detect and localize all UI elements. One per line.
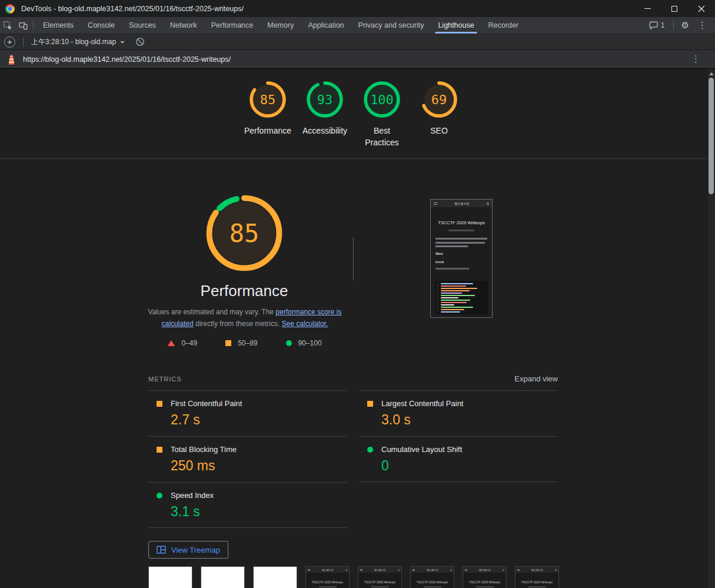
code-line bbox=[441, 285, 466, 287]
metrics-section-label: METRICS bbox=[148, 376, 182, 383]
kebab-icon: ⋮ bbox=[691, 54, 700, 64]
square-icon bbox=[225, 340, 231, 346]
vertical-scrollbar[interactable] bbox=[707, 69, 715, 588]
search-icon bbox=[555, 569, 557, 571]
text-line bbox=[435, 238, 487, 240]
metric-value: 250 ms bbox=[171, 458, 347, 474]
metric-name: Cumulative Layout Shift bbox=[381, 445, 462, 454]
screenshot-heading: Web bbox=[435, 252, 492, 255]
new-report-button[interactable]: + bbox=[4, 36, 15, 48]
view-treemap-button[interactable]: View Treemap bbox=[148, 541, 228, 559]
category-score: 100 bbox=[364, 81, 400, 118]
category-score: 85 bbox=[250, 81, 286, 118]
metric-name: Largest Contentful Paint bbox=[381, 399, 463, 408]
text-line bbox=[435, 268, 469, 270]
category-scores-band: 85Performance93Accessibility100Best Prac… bbox=[0, 69, 707, 159]
tab-memory[interactable]: Memory bbox=[260, 17, 301, 34]
code-line bbox=[441, 302, 467, 303]
thumbnail-date-line bbox=[424, 586, 441, 587]
filmstrip-thumbnail: 廢文集中區TSCCTF 2025 Writeups bbox=[410, 566, 454, 588]
search-icon bbox=[503, 569, 504, 571]
issues-count: 1 bbox=[661, 21, 665, 29]
gear-icon: ⚙ bbox=[681, 20, 689, 31]
metrics-header: METRICS Expand view bbox=[148, 374, 558, 383]
tab-privacy-and-security[interactable]: Privacy and security bbox=[351, 17, 431, 34]
issues-bubble-icon bbox=[649, 21, 658, 29]
devtools-tabbar: ElementsConsoleSourcesNetworkPerformance… bbox=[0, 17, 715, 34]
tab-console[interactable]: Console bbox=[81, 17, 122, 34]
legend-item: 50–89 bbox=[225, 339, 257, 347]
hamburger-icon bbox=[434, 202, 437, 205]
metric-largest-contentful-paint: Largest Contentful Paint3.0 s bbox=[359, 390, 558, 436]
view-treemap-label: View Treemap bbox=[171, 546, 220, 554]
thumbnail-site-title: 廢文集中區 bbox=[322, 569, 334, 572]
tabbar-right-actions: 1 ⚙ ⋮ bbox=[645, 21, 715, 30]
kebab-icon: ⋮ bbox=[698, 20, 707, 31]
category-gauge-best-practices[interactable]: 100Best Practices bbox=[354, 69, 411, 158]
pass-dot-icon bbox=[157, 493, 162, 499]
metrics-grid: First Contentful Paint2.7 sLargest Conte… bbox=[148, 390, 558, 528]
filmstrip-thumbnail bbox=[201, 566, 245, 588]
devtools-menu-button[interactable]: ⋮ bbox=[694, 21, 710, 30]
report-menu-button[interactable]: ⋮ bbox=[688, 55, 704, 64]
performance-gauge: 85 bbox=[205, 194, 283, 272]
thumbnail-date-line bbox=[528, 586, 546, 587]
metric-name: Total Blocking Time bbox=[171, 445, 237, 454]
tab-recorder[interactable]: Recorder bbox=[481, 17, 526, 34]
inspect-element-button[interactable] bbox=[0, 18, 15, 32]
disclaimer-text: Values are estimated and may vary. The bbox=[148, 308, 276, 316]
code-line bbox=[441, 283, 473, 284]
toolbar-divider bbox=[673, 21, 674, 30]
code-line bbox=[441, 307, 473, 308]
filmstrip-thumbnail: 廢文集中區TSCCTF 2025 Writeups bbox=[358, 566, 402, 588]
thumbnail-page-title: TSCCTF 2025 Writeups bbox=[516, 580, 558, 584]
code-line bbox=[441, 309, 464, 310]
tab-lighthouse[interactable]: Lighthouse bbox=[431, 17, 481, 34]
window-title: DevTools - blog-old.maple3142.net/2025/0… bbox=[21, 5, 244, 13]
scroll-up-arrow-icon[interactable] bbox=[709, 72, 714, 75]
filmstrip-thumbnail: 廢文集中區TSCCTF 2025 Writeups bbox=[515, 566, 559, 588]
window-titlebar: DevTools - blog-old.maple3142.net/2025/0… bbox=[0, 0, 715, 17]
settings-button[interactable]: ⚙ bbox=[678, 21, 693, 30]
triangle-icon bbox=[168, 340, 175, 346]
metric-value: 2.7 s bbox=[171, 412, 347, 428]
chevron-down-icon bbox=[120, 41, 125, 44]
tab-application[interactable]: Application bbox=[301, 17, 351, 34]
category-gauge-performance[interactable]: 85Performance bbox=[240, 69, 297, 158]
metric-first-contentful-paint: First Contentful Paint2.7 s bbox=[148, 390, 347, 436]
minimize-button[interactable] bbox=[634, 0, 661, 17]
hamburger-icon bbox=[413, 569, 415, 571]
search-icon bbox=[487, 202, 489, 205]
toolbar-divider bbox=[33, 21, 34, 30]
clear-reports-button[interactable] bbox=[135, 37, 145, 46]
category-gauge-seo[interactable]: 69SEO bbox=[411, 69, 468, 158]
category-gauge-accessibility[interactable]: 93Accessibility bbox=[297, 69, 354, 158]
report-selector[interactable]: 上午3:28:10 - blog-old.map bbox=[26, 37, 130, 47]
report-url-link[interactable]: https://blog-old.maple3142.net/2025/01/1… bbox=[23, 55, 231, 64]
legend-label: 0–49 bbox=[181, 339, 197, 347]
tab-network[interactable]: Network bbox=[163, 17, 204, 34]
thumbnail-header: 廢文集中區 bbox=[463, 567, 506, 573]
close-button[interactable] bbox=[688, 0, 715, 17]
category-label: Best Practices bbox=[357, 125, 407, 148]
tab-performance[interactable]: Performance bbox=[204, 17, 261, 34]
thumbnail-header: 廢文集中區 bbox=[516, 567, 558, 573]
screenshot-heading: book bbox=[435, 260, 492, 264]
tab-elements[interactable]: Elements bbox=[36, 17, 81, 34]
tab-sources[interactable]: Sources bbox=[122, 17, 163, 34]
final-screenshot-thumbnail: 廢文集中區 TSCCTF 2025 Writeups Web book bbox=[430, 199, 493, 318]
thumbnail-page-title: TSCCTF 2025 Writeups bbox=[411, 580, 454, 584]
toggle-device-toolbar-button[interactable] bbox=[15, 18, 31, 32]
maximize-button[interactable] bbox=[661, 0, 688, 17]
issues-button[interactable]: 1 bbox=[645, 21, 669, 29]
metric-value: 0 bbox=[381, 458, 558, 474]
code-line bbox=[441, 293, 462, 294]
score-disclaimer: Values are estimated and may vary. The p… bbox=[141, 306, 348, 330]
disclaimer-link[interactable]: See calculator. bbox=[282, 320, 328, 328]
chrome-logo-icon bbox=[5, 4, 15, 14]
scrollbar-thumb[interactable] bbox=[709, 78, 714, 194]
metric-value: 3.1 s bbox=[171, 504, 347, 520]
filmstrip-thumbnail bbox=[148, 566, 192, 588]
thumbnail-site-title: 廢文集中區 bbox=[427, 569, 438, 572]
expand-view-toggle[interactable]: Expand view bbox=[514, 374, 558, 383]
